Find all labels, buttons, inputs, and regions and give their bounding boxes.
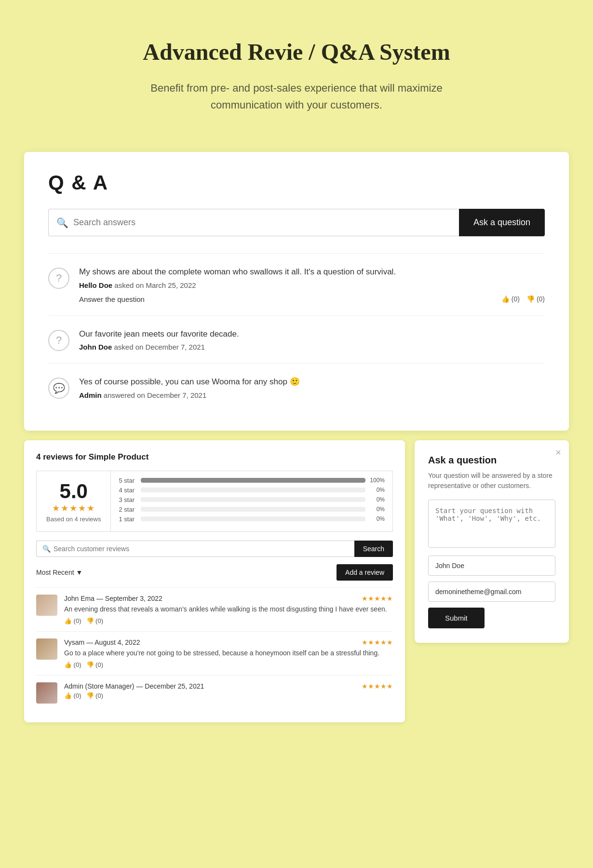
star-bar-row: 3 star 0% — [119, 496, 385, 503]
qa-question-text-2: Our favorite jean meets our favorite dec… — [79, 328, 545, 340]
search-icon: 🔍 — [56, 217, 68, 229]
bottom-section: 4 reviews for Simple Product 5.0 ★★★★★ B… — [24, 440, 569, 722]
star-bar-background — [141, 497, 365, 502]
filter-select[interactable]: Most Recent ▼ — [36, 569, 82, 576]
vote-buttons-1: 👍 (0) 👎 (0) — [501, 295, 545, 303]
qa-content-3: Yes of course possible, you can use Woom… — [79, 376, 545, 399]
hero-subtitle: Benefit from pre- and post-sales experie… — [128, 80, 465, 113]
star-bar-label: 4 star — [119, 487, 137, 494]
star-bar-background — [141, 516, 365, 521]
qa-item-1: ? My shows are about the complete woman … — [48, 253, 545, 315]
star-bar-background — [141, 507, 365, 512]
reviewer-avatar — [36, 595, 57, 616]
ask-question-button[interactable]: Ask a question — [459, 209, 545, 236]
review-item: John Ema — September 3, 2022 ★★★★★ An ev… — [36, 587, 393, 631]
reviews-title: 4 reviews for Simple Product — [36, 452, 393, 462]
reviewer-name-row: John Ema — September 3, 2022 ★★★★★ — [64, 595, 393, 602]
review-item: Vysam — August 4, 2022 ★★★★★ Go to a pla… — [36, 631, 393, 675]
thumbs-down-button-1[interactable]: 👎 (0) — [526, 295, 545, 303]
rating-stars: ★★★★★ — [46, 503, 101, 514]
star-bar-percent: 0% — [369, 506, 385, 513]
review-search-row: 🔍 Search — [36, 541, 393, 557]
review-item: Admin (Store Manager) — December 25, 202… — [36, 675, 393, 710]
chat-icon-1: 💬 — [48, 378, 69, 399]
reviewer-name: John Ema — September 3, 2022 — [64, 595, 162, 602]
hero-title: Advanced Revie / Q&A System — [29, 39, 564, 65]
star-bar-background — [141, 478, 365, 483]
review-thumbs-up[interactable]: 👍 (0) — [64, 617, 81, 624]
qa-date-3: answered on December 7, 2021 — [104, 391, 206, 399]
ask-panel-description: Your question will be answered by a stor… — [428, 471, 555, 491]
rating-number: 5.0 — [46, 480, 101, 503]
review-stars: ★★★★★ — [362, 638, 393, 646]
qa-actions-1: Answer the question 👍 (0) 👎 (0) — [79, 295, 545, 303]
star-bar-row: 5 star 100% — [119, 477, 385, 484]
qa-content-2: Our favorite jean meets our favorite dec… — [79, 328, 545, 352]
ask-question-panel: × Ask a question Your question will be a… — [415, 440, 569, 643]
star-bar-row: 4 star 0% — [119, 487, 385, 494]
reviewer-avatar — [36, 682, 57, 704]
filter-row: Most Recent ▼ Add a review — [36, 564, 393, 581]
reviewer-name-row: Vysam — August 4, 2022 ★★★★★ — [64, 638, 393, 646]
review-thumbs-down[interactable]: 👎 (0) — [86, 617, 104, 624]
review-list: John Ema — September 3, 2022 ★★★★★ An ev… — [36, 587, 393, 710]
qa-author-2: John Doe — [79, 343, 112, 351]
rating-summary: 5.0 ★★★★★ Based on 4 reviews 5 star 100%… — [36, 471, 393, 532]
rating-based: Based on 4 reviews — [46, 515, 101, 523]
review-thumbs-up[interactable]: 👍 (0) — [64, 692, 81, 699]
thumbs-up-button-1[interactable]: 👍 (0) — [501, 295, 520, 303]
star-bar-percent: 0% — [369, 487, 385, 493]
ask-question-textarea[interactable] — [428, 500, 555, 548]
review-content: Admin (Store Manager) — December 25, 202… — [64, 682, 393, 699]
review-text: An evening dress that reveals a woman's … — [64, 604, 393, 614]
filter-label: Most Recent — [36, 569, 74, 576]
review-search-button[interactable]: Search — [354, 541, 393, 557]
qa-content-1: My shows are about the complete woman wh… — [79, 266, 545, 303]
star-bar-label: 5 star — [119, 477, 137, 484]
filter-chevron-icon: ▼ — [76, 569, 83, 576]
rating-left: 5.0 ★★★★★ Based on 4 reviews — [37, 471, 111, 531]
review-thumbs-up[interactable]: 👍 (0) — [64, 661, 81, 668]
qa-meta-1: Hello Doe asked on March 25, 2022 — [79, 281, 545, 289]
add-review-button[interactable]: Add a review — [337, 564, 393, 581]
review-content: John Ema — September 3, 2022 ★★★★★ An ev… — [64, 595, 393, 624]
review-text: Go to a place where you're not going to … — [64, 648, 393, 658]
ask-panel-close-button[interactable]: × — [555, 447, 561, 458]
star-bar-row: 1 star 0% — [119, 515, 385, 523]
qa-search-container: 🔍 — [48, 209, 459, 236]
reviewer-name: Vysam — August 4, 2022 — [64, 638, 140, 646]
rating-bars: 5 star 100% 4 star 0% 3 star 0% 2 star 0… — [111, 471, 392, 531]
reviews-card: 4 reviews for Simple Product 5.0 ★★★★★ B… — [24, 440, 405, 722]
reviewer-name: Admin (Store Manager) — December 25, 202… — [64, 682, 204, 690]
review-votes: 👍 (0) 👎 (0) — [64, 661, 393, 668]
review-stars: ★★★★★ — [362, 595, 393, 602]
qa-card: Q & A 🔍 Ask a question ? My shows are ab… — [24, 152, 569, 431]
ask-email-input[interactable] — [428, 582, 555, 602]
star-bar-label: 1 star — [119, 515, 137, 523]
star-bar-percent: 100% — [369, 477, 385, 484]
qa-answer-text-1: Yes of course possible, you can use Woom… — [79, 376, 545, 388]
review-thumbs-down[interactable]: 👎 (0) — [86, 661, 104, 668]
review-votes: 👍 (0) 👎 (0) — [64, 617, 393, 624]
qa-author-3: Admin — [79, 391, 102, 399]
thumbs-up-icon-1: 👍 — [501, 295, 510, 303]
star-bar-percent: 0% — [369, 515, 385, 522]
star-bar-background — [141, 488, 365, 492]
qa-search-row: 🔍 Ask a question — [48, 209, 545, 236]
ask-name-input[interactable] — [428, 556, 555, 576]
review-thumbs-down[interactable]: 👎 (0) — [86, 692, 104, 699]
thumbs-down-count-1: (0) — [537, 295, 545, 303]
qa-search-input[interactable] — [73, 217, 451, 228]
review-stars: ★★★★★ — [362, 682, 393, 690]
star-bar-fill — [141, 478, 365, 483]
qa-date-1: asked on March 25, 2022 — [114, 281, 196, 289]
star-bar-label: 3 star — [119, 496, 137, 503]
star-bar-row: 2 star 0% — [119, 506, 385, 513]
reviewer-name-row: Admin (Store Manager) — December 25, 202… — [64, 682, 393, 690]
question-icon-1: ? — [48, 268, 69, 289]
review-search-input[interactable] — [54, 545, 349, 553]
answer-link-1[interactable]: Answer the question — [79, 295, 145, 303]
ask-submit-button[interactable]: Submit — [428, 608, 485, 628]
thumbs-up-count-1: (0) — [512, 295, 520, 303]
qa-meta-3: Admin answered on December 7, 2021 — [79, 391, 545, 399]
